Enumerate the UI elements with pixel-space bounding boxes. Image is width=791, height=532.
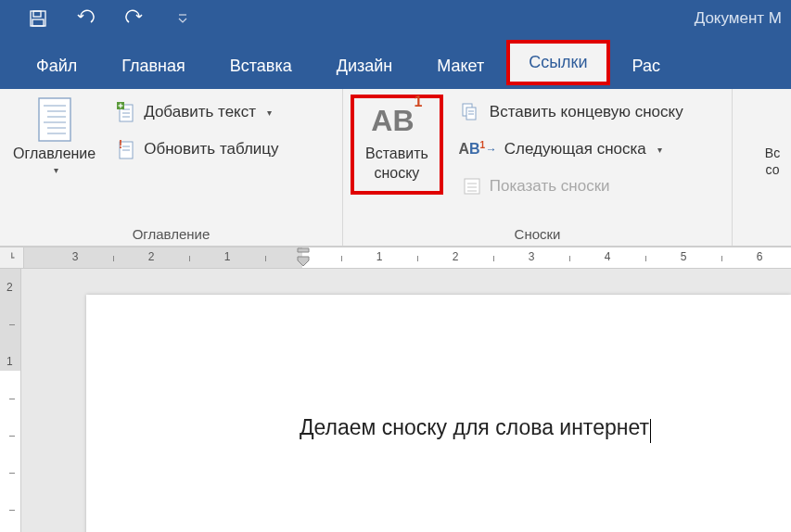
research-label-1: Вс <box>765 145 780 161</box>
indent-marker-icon[interactable] <box>297 247 310 270</box>
show-notes-icon <box>462 176 482 196</box>
save-button[interactable] <box>28 8 48 29</box>
update-table-label: Обновить таблицу <box>144 140 278 158</box>
arrow-right-icon: → <box>486 143 497 156</box>
document-area: 2 1 Делаем сноску для слова интернет <box>0 269 791 532</box>
svg-rect-2 <box>32 19 44 26</box>
svg-rect-26 <box>465 179 479 194</box>
insert-footnote-label-1: Вставить <box>365 145 428 164</box>
add-text-button[interactable]: Добавить текст ▾ <box>110 98 284 126</box>
document-page[interactable]: Делаем сноску для слова интернет <box>86 295 791 532</box>
page-viewport[interactable]: Делаем сноску для слова интернет <box>21 269 791 532</box>
update-table-button[interactable]: ! Обновить таблицу <box>110 135 284 163</box>
ribbon-group-footnotes: AB1 Вставить сноску Вставить концевую сн… <box>343 89 733 246</box>
redo-button[interactable] <box>124 8 145 29</box>
ruler-horizontal-track: 3 2 1 1 2 3 4 5 6 <box>24 247 791 268</box>
tab-layout[interactable]: Макет <box>415 44 506 89</box>
show-notes-button[interactable]: Показать сноски <box>456 172 689 200</box>
footnote-ab-icon: AB1 <box>371 106 422 135</box>
research-label-2: со <box>766 161 780 178</box>
insert-footnote-label-2: сноску <box>365 164 428 184</box>
dropdown-arrow-icon: ▾ <box>267 108 272 118</box>
qat-customize-icon[interactable] <box>172 8 193 29</box>
tab-mailings[interactable]: Рас <box>610 44 683 89</box>
tab-home[interactable]: Главная <box>99 44 208 89</box>
insert-endnote-button[interactable]: Вставить концевую сноску <box>456 98 689 126</box>
svg-rect-4 <box>39 98 70 141</box>
ribbon-group-toc: Оглавление ▾ Добавить текст ▾ ! Обновить… <box>0 89 343 246</box>
ribbon-group-label: Оглавление <box>4 222 338 244</box>
ribbon-tabstrip: Файл Главная Вставка Дизайн Макет Ссылки… <box>0 37 791 89</box>
tab-references[interactable]: Ссылки <box>506 40 609 85</box>
tab-file[interactable]: Файл <box>14 44 99 89</box>
svg-text:!: ! <box>119 139 122 151</box>
toc-button[interactable]: Оглавление ▾ <box>4 95 105 182</box>
insert-footnote-highlight: AB1 Вставить сноску <box>351 95 443 195</box>
show-notes-label: Показать сноски <box>490 177 610 196</box>
ribbon-group-label: Сноски <box>347 222 728 244</box>
dropdown-arrow-icon: ▾ <box>657 145 662 155</box>
insert-footnote-button[interactable]: AB1 Вставить сноску <box>356 100 438 189</box>
dropdown-arrow-icon: ▾ <box>54 164 58 176</box>
add-text-label: Добавить текст <box>144 103 256 121</box>
next-footnote-icon: AB1 <box>462 139 482 159</box>
toc-icon <box>35 100 74 139</box>
endnote-icon <box>462 102 482 122</box>
ruler-corner: ┗ <box>0 247 24 268</box>
ribbon: Оглавление ▾ Добавить текст ▾ ! Обновить… <box>0 89 791 247</box>
update-table-icon: ! <box>116 139 136 159</box>
svg-rect-1 <box>33 11 41 17</box>
ruler-vertical[interactable]: 2 1 <box>0 269 21 532</box>
window-title: Документ M <box>695 9 782 28</box>
add-text-icon <box>116 102 136 122</box>
document-text[interactable]: Делаем сноску для слова интернет <box>300 415 649 439</box>
research-button[interactable]: Вс со <box>744 95 791 184</box>
next-footnote-label: Следующая сноска <box>504 140 646 158</box>
tab-design[interactable]: Дизайн <box>314 44 415 89</box>
ruler-horizontal[interactable]: ┗ 3 2 1 1 2 3 4 5 6 <box>0 247 791 269</box>
title-bar: Документ M <box>0 0 791 37</box>
next-footnote-button[interactable]: AB1 → Следующая сноска ▾ <box>456 135 689 163</box>
quick-access-toolbar <box>9 8 193 29</box>
text-cursor <box>650 419 651 443</box>
tab-insert[interactable]: Вставка <box>208 44 314 89</box>
insert-endnote-label: Вставить концевую сноску <box>490 103 683 121</box>
ribbon-group-research: Вс со <box>733 89 791 246</box>
research-icon <box>753 100 791 139</box>
toc-label: Оглавление <box>13 145 96 164</box>
undo-button[interactable] <box>76 8 96 29</box>
